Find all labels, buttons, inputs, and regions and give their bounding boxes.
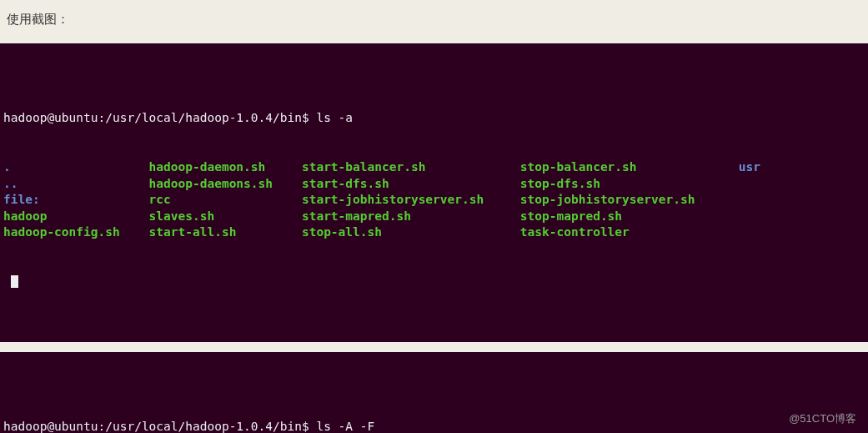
file-entry: stop-dfs.sh (520, 177, 600, 190)
file-entry: slaves.sh (149, 209, 215, 223)
prompt-line-idle (3, 274, 865, 290)
file-entry: hadoop (3, 209, 47, 223)
file-entry: hadoop-daemon.sh (149, 160, 266, 174)
prompt-line-1: hadoop@ubuntu:/usr/local/hadoop-1.0.4/bi… (3, 110, 865, 127)
file-entry: start-all.sh (149, 225, 237, 239)
file-entry: stop-balancer.sh (520, 160, 637, 174)
file-entry: task-controller (520, 225, 630, 239)
file-entry: usr (739, 160, 760, 174)
file-entry: file: (3, 193, 40, 206)
file-entry: stop-all.sh (302, 225, 382, 239)
file-entry: stop-mapred.sh (520, 209, 622, 223)
ls-a-output: . hadoop-daemon.sh start-balancer.sh sto… (3, 159, 865, 241)
file-entry: start-mapred.sh (302, 209, 411, 223)
file-entry: hadoop-config.sh (3, 225, 120, 239)
file-entry: hadoop-daemons.sh (149, 177, 273, 190)
file-entry: start-jobhistoryserver.sh (302, 193, 484, 206)
cursor-icon (11, 275, 18, 288)
caption-text: 使用截图： (0, 0, 868, 43)
file-entry: start-dfs.sh (302, 177, 389, 190)
terminal-2[interactable]: hadoop@ubuntu:/usr/local/hadoop-1.0.4/bi… (0, 351, 868, 433)
file-entry: start-balancer.sh (302, 160, 425, 174)
watermark-text: @51CTO博客 (789, 411, 856, 426)
file-entry: stop-jobhistoryserver.sh (520, 193, 695, 206)
terminal-1[interactable]: hadoop@ubuntu:/usr/local/hadoop-1.0.4/bi… (0, 43, 868, 343)
file-entry: rcc (149, 193, 171, 206)
file-entry: .. (3, 177, 18, 190)
file-entry: . (3, 160, 11, 174)
prompt-line-2: hadoop@ubuntu:/usr/local/hadoop-1.0.4/bi… (3, 419, 865, 433)
